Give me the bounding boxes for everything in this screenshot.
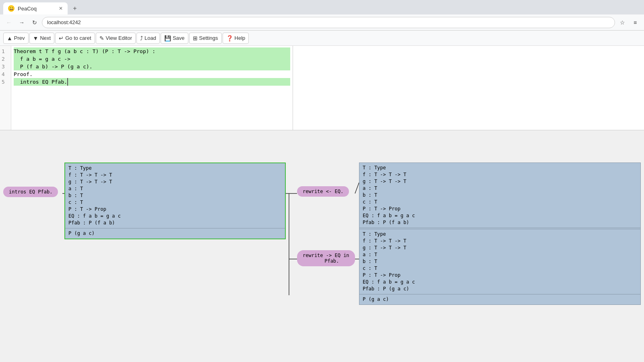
address-bar[interactable]: localhost:4242 (42, 17, 615, 28)
menu-button[interactable]: ≡ (630, 17, 641, 28)
right-node-2-context: T : Type f : T -> T -> T g : T -> T -> T… (359, 229, 640, 294)
nav-bar: ← → ↻ localhost:4242 ☆ ≡ (0, 14, 644, 31)
help-button[interactable]: ❓ Help (223, 33, 249, 44)
save-label: Save (173, 35, 185, 41)
prev-label: Prev (14, 35, 25, 41)
tactic-rewrite-back-label: rewrite <- EQ. (303, 189, 343, 194)
code-line-1: Theorem t T f g (a b c : T) (P : T -> Pr… (14, 47, 290, 55)
bookmark-button[interactable]: ☆ (617, 17, 628, 28)
view-editor-icon: ✎ (99, 35, 104, 41)
line-numbers: 1 2 3 4 5 (0, 46, 11, 130)
save-button[interactable]: 💾 Save (161, 33, 188, 44)
next-icon: ▼ (33, 35, 39, 41)
settings-label: Settings (199, 35, 218, 41)
tactic-intros-label: intros EQ Pfab. (9, 189, 52, 195)
forward-button[interactable]: → (16, 17, 27, 28)
right-proof-node-1[interactable]: T : Type f : T -> T -> T g : T -> T -> T… (359, 162, 641, 239)
back-button[interactable]: ← (3, 17, 14, 28)
code-line-2: f a b = g a c -> (14, 55, 290, 63)
tab-close-button[interactable]: ✕ (59, 6, 63, 11)
prev-button[interactable]: ▲ Prev (3, 33, 29, 44)
load-label: Load (144, 35, 156, 41)
active-node-goal: P (g a c) (65, 228, 285, 239)
active-node-context: T : Type f : T -> T -> T g : T -> T -> T… (65, 163, 285, 228)
view-editor-label: View Editor (106, 35, 132, 41)
tactic-rewrite-back-node[interactable]: rewrite <- EQ. (297, 186, 349, 197)
help-label: Help (235, 35, 246, 41)
toolbar: ▲ Prev ▼ Next ↵ Go to caret ✎ View Edito… (0, 31, 644, 46)
tactic-rewrite-fwd-node[interactable]: rewrite -> EQ in Pfab. (297, 250, 355, 266)
tab-title: PeaCoq (18, 6, 37, 12)
goto-icon: ↵ (59, 35, 64, 41)
code-line-4: Proof. (14, 70, 290, 78)
goto-caret-label: Go to caret (65, 35, 91, 41)
editor-area: 1 2 3 4 5 Theorem t T f g (a b c : T) (P… (0, 46, 644, 130)
prev-icon: ▲ (7, 35, 12, 41)
browser-tab[interactable]: 😀 PeaCoq ✕ (3, 2, 68, 14)
load-button[interactable]: ⤴ Load (136, 33, 160, 44)
address-text: localhost:4242 (47, 19, 81, 25)
code-line-5: intros EQ Pfab. (14, 78, 290, 86)
tab-bar: 😀 PeaCoq ✕ + (0, 0, 644, 14)
new-tab-button[interactable]: + (69, 3, 80, 14)
code-editor[interactable]: Theorem t T f g (a b c : T) (P : T -> Pr… (11, 46, 293, 130)
load-icon: ⤴ (140, 35, 143, 41)
proof-tree: intros EQ Pfab. T : Type f : T -> T -> T… (0, 130, 644, 362)
code-line-3: P (f a b) -> P (g a c). (14, 63, 290, 70)
svg-line-2 (355, 183, 359, 193)
right-node-1-context: T : Type f : T -> T -> T g : T -> T -> T… (359, 163, 640, 228)
goto-caret-button[interactable]: ↵ Go to caret (55, 33, 95, 44)
settings-button[interactable]: ⊞ Settings (189, 33, 222, 44)
editor-right-panel (293, 46, 644, 130)
view-editor-button[interactable]: ✎ View Editor (96, 33, 136, 44)
refresh-button[interactable]: ↻ (29, 17, 40, 28)
tactic-rewrite-fwd-label: rewrite -> EQ in Pfab. (303, 253, 349, 264)
settings-icon: ⊞ (193, 35, 198, 41)
active-proof-node[interactable]: T : Type f : T -> T -> T g : T -> T -> T… (64, 162, 286, 239)
right-proof-node-2[interactable]: T : Type f : T -> T -> T g : T -> T -> T… (359, 229, 641, 305)
right-node-2-goal: P (g a c) (359, 294, 640, 304)
tab-favicon: 😀 (8, 5, 14, 12)
save-icon: 💾 (164, 35, 171, 41)
next-label: Next (40, 35, 51, 41)
browser-chrome: 😀 PeaCoq ✕ + ← → ↻ localhost:4242 ☆ ≡ (0, 0, 644, 31)
help-icon: ❓ (226, 35, 233, 41)
main-content: 1 2 3 4 5 Theorem t T f g (a b c : T) (P… (0, 46, 644, 362)
tactic-intros-node[interactable]: intros EQ Pfab. (3, 187, 58, 197)
next-button[interactable]: ▼ Next (29, 33, 55, 44)
